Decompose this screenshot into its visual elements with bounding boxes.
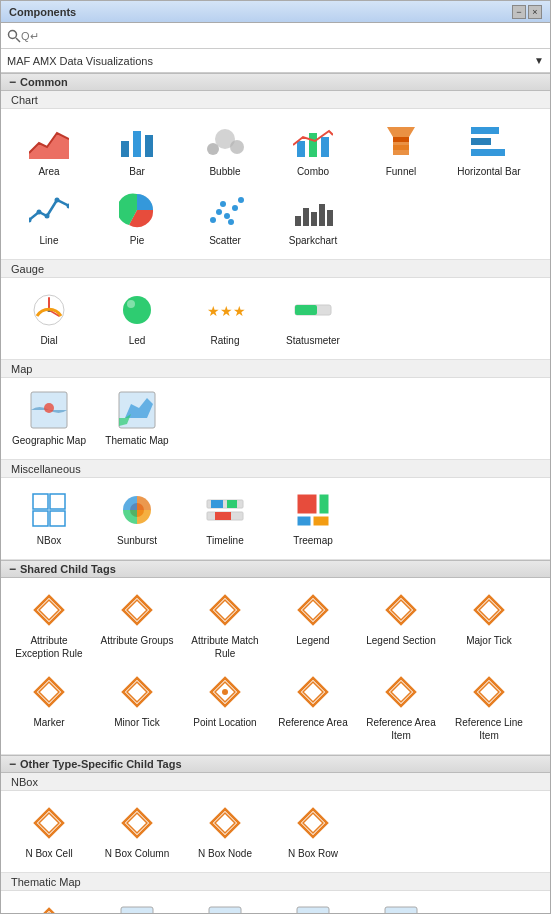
- svg-rect-34: [319, 204, 325, 226]
- item-reference-area-item[interactable]: Reference Area Item: [357, 666, 445, 748]
- shared-tags-grid: Attribute Exception Rule Attribute Group…: [1, 578, 550, 755]
- minimize-button[interactable]: −: [512, 5, 526, 19]
- item-legend[interactable]: Legend: [269, 584, 357, 666]
- svg-rect-99: [297, 907, 329, 913]
- horizontal-bar-label: Horizontal Bar: [457, 165, 520, 178]
- item-marker[interactable]: Marker: [5, 666, 93, 748]
- item-bubble[interactable]: Bubble: [181, 115, 269, 184]
- item-n-box-cell[interactable]: N Box Cell: [5, 797, 93, 866]
- svg-point-7: [207, 143, 219, 155]
- subsection-chart: Chart: [1, 91, 550, 109]
- svg-rect-46: [33, 494, 48, 509]
- section-common[interactable]: Common: [1, 73, 550, 91]
- pie-label: Pie: [130, 234, 144, 247]
- item-line[interactable]: Line: [5, 184, 93, 253]
- item-area-tm[interactable]: Area: [5, 897, 93, 913]
- svg-rect-3: [121, 141, 129, 157]
- major-tick-label: Major Tick: [466, 634, 512, 647]
- bar-icon: [117, 121, 157, 161]
- item-rating[interactable]: ★★★ Rating: [181, 284, 269, 353]
- item-area-data-layer[interactable]: Area Data Layer: [93, 897, 181, 913]
- section-other-type-specific[interactable]: Other Type-Specific Child Tags: [1, 755, 550, 773]
- n-box-cell-icon: [29, 803, 69, 843]
- item-attribute-match-rule[interactable]: Attribute Match Rule: [181, 584, 269, 666]
- area-layer-icon: [205, 903, 245, 913]
- svg-point-29: [238, 197, 244, 203]
- svg-rect-98: [209, 907, 241, 913]
- section-shared-label: Shared Child Tags: [20, 563, 116, 575]
- reference-area-item-label: Reference Area Item: [361, 716, 441, 742]
- svg-rect-5: [145, 135, 153, 157]
- item-minor-tick[interactable]: Minor Tick: [93, 666, 181, 748]
- bubble-label: Bubble: [209, 165, 240, 178]
- item-statusmeter[interactable]: Statusmeter: [269, 284, 357, 353]
- svg-rect-55: [215, 512, 231, 520]
- item-n-box-row[interactable]: N Box Row: [269, 797, 357, 866]
- item-geographic-map[interactable]: Geographic Map: [5, 384, 93, 453]
- minor-tick-icon: [117, 672, 157, 712]
- n-box-cell-label: N Box Cell: [25, 847, 72, 860]
- dropdown-bar[interactable]: MAF AMX Data Visualizations ▼: [1, 49, 550, 73]
- item-nbox[interactable]: NBox: [5, 484, 93, 553]
- item-point-location[interactable]: Point Location: [181, 666, 269, 748]
- item-scatter[interactable]: Scatter: [181, 184, 269, 253]
- item-point-data-layer[interactable]: Point Data Layer: [357, 897, 445, 913]
- item-area[interactable]: Area: [5, 115, 93, 184]
- svg-rect-33: [311, 212, 317, 226]
- title-bar: Components − ×: [1, 1, 550, 23]
- subsection-nbox-sub-label: NBox: [11, 776, 38, 788]
- area-icon: [29, 121, 69, 161]
- nbox-icon: [29, 490, 69, 530]
- svg-point-39: [127, 300, 135, 308]
- search-input[interactable]: [21, 30, 544, 42]
- item-attribute-exception-rule[interactable]: Attribute Exception Rule: [5, 584, 93, 666]
- subsection-gauge: Gauge: [1, 260, 550, 278]
- svg-point-20: [45, 214, 50, 219]
- close-button[interactable]: ×: [528, 5, 542, 19]
- item-led[interactable]: Led: [93, 284, 181, 353]
- section-shared-child-tags[interactable]: Shared Child Tags: [1, 560, 550, 578]
- item-n-box-node[interactable]: N Box Node: [181, 797, 269, 866]
- statusmeter-icon: [293, 290, 333, 330]
- scatter-icon: [205, 190, 245, 230]
- item-combo[interactable]: Combo: [269, 115, 357, 184]
- sunburst-icon: [117, 490, 157, 530]
- attribute-exception-rule-label: Attribute Exception Rule: [9, 634, 89, 660]
- n-box-row-icon: [293, 803, 333, 843]
- item-bar[interactable]: Bar: [93, 115, 181, 184]
- item-area-layer[interactable]: Area Layer: [181, 897, 269, 913]
- svg-point-21: [55, 198, 60, 203]
- item-reference-line-item[interactable]: Reference Line Item: [445, 666, 533, 748]
- dropdown-label: MAF AMX Data Visualizations: [7, 55, 153, 67]
- marker-label: Marker: [33, 716, 64, 729]
- item-horizontal-bar[interactable]: Horizontal Bar: [445, 115, 533, 184]
- nbox-label: NBox: [37, 534, 61, 547]
- item-timeline[interactable]: Timeline: [181, 484, 269, 553]
- item-legend-section[interactable]: Legend Section: [357, 584, 445, 666]
- item-major-tick[interactable]: Major Tick: [445, 584, 533, 666]
- bar-label: Bar: [129, 165, 145, 178]
- marker-icon: [29, 672, 69, 712]
- item-thematic-map[interactable]: Thematic Map: [93, 384, 181, 453]
- search-icon: [7, 29, 21, 43]
- item-funnel[interactable]: Funnel: [357, 115, 445, 184]
- item-sunburst[interactable]: Sunburst: [93, 484, 181, 553]
- svg-rect-53: [227, 500, 237, 508]
- subsection-gauge-label: Gauge: [11, 263, 44, 275]
- n-box-node-icon: [205, 803, 245, 843]
- statusmeter-label: Statusmeter: [286, 334, 340, 347]
- item-reference-area[interactable]: Reference Area: [269, 666, 357, 748]
- thematic-map-icon: [117, 390, 157, 430]
- item-n-box-column[interactable]: N Box Column: [93, 797, 181, 866]
- item-treemap[interactable]: Treemap: [269, 484, 357, 553]
- item-area-location[interactable]: Area Location: [269, 897, 357, 913]
- item-pie[interactable]: Pie: [93, 184, 181, 253]
- item-sparkchart[interactable]: Sparkchart: [269, 184, 357, 253]
- svg-rect-14: [393, 145, 409, 150]
- item-dial[interactable]: Dial: [5, 284, 93, 353]
- subsection-nbox-sub: NBox: [1, 773, 550, 791]
- item-attribute-groups[interactable]: Attribute Groups: [93, 584, 181, 666]
- n-box-column-icon: [117, 803, 157, 843]
- dial-icon: [29, 290, 69, 330]
- point-location-icon: [205, 672, 245, 712]
